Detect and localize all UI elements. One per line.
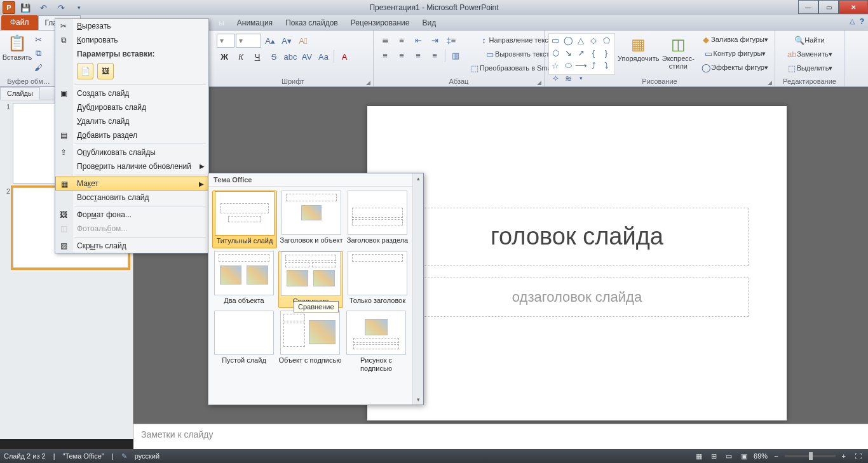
window-buttons: — ▭ ✕ <box>798 0 868 14</box>
view-sorter-icon[interactable]: ⊞ <box>709 452 719 460</box>
spellcheck-icon[interactable]: ✎ <box>121 452 127 460</box>
columns-icon[interactable]: ▥ <box>448 49 463 62</box>
minimize-button[interactable]: — <box>798 0 818 14</box>
cut-icon[interactable]: ✂ <box>31 33 46 46</box>
menu-copy[interactable]: ⧉Копировать <box>55 33 208 47</box>
decrease-font-icon[interactable]: A▾ <box>279 34 294 47</box>
increase-indent-icon[interactable]: ⇥ <box>427 34 442 46</box>
side-tab-slides[interactable]: Слайды <box>0 87 40 100</box>
qat-customize-icon[interactable]: ▾ <box>71 1 86 14</box>
slide-title-placeholder[interactable]: головок слайда <box>405 208 749 266</box>
tab-transitions[interactable]: ы <box>212 16 231 30</box>
change-case-icon[interactable]: Aa <box>316 50 331 63</box>
justify-icon[interactable]: ≡ <box>427 49 442 62</box>
copy-icon: ⧉ <box>58 35 69 45</box>
layout-picture-caption[interactable]: Рисунок с подписью <box>344 311 408 375</box>
align-left-icon[interactable]: ≡ <box>377 49 393 62</box>
bold-icon[interactable]: Ж <box>217 50 232 63</box>
shape-effects-button[interactable]: ◯ Эффекты фигур ▾ <box>698 61 771 74</box>
numbering-icon[interactable]: ≡ <box>394 34 409 46</box>
group-label-clipboard: Буфер обм… <box>4 77 53 86</box>
layout-icon: ▦ <box>59 179 69 189</box>
slide-subtitle-placeholder[interactable]: одзаголовок слайда <box>405 278 749 317</box>
paste-button[interactable]: 📋 Вставить <box>4 32 31 74</box>
font-size-combo[interactable]: ▾ <box>236 34 261 48</box>
menu-hide-slide[interactable]: ▨Скрыть слайд <box>55 239 208 253</box>
menu-duplicate-slide[interactable]: Дублировать слайд <box>55 100 208 114</box>
help-icon[interactable]: ? <box>860 17 864 26</box>
view-reading-icon[interactable]: ▭ <box>723 452 735 460</box>
view-normal-icon[interactable]: ▦ <box>693 452 705 460</box>
outline-icon: ▭ <box>703 48 714 58</box>
zoom-slider[interactable] <box>785 455 836 457</box>
align-center-icon[interactable]: ≡ <box>394 49 409 62</box>
scroll-down-icon[interactable]: ▾ <box>413 394 423 405</box>
undo-icon[interactable]: ↶ <box>36 1 51 14</box>
underline-icon[interactable]: Ч <box>250 50 265 63</box>
quick-styles-button[interactable]: ◫ Экспресс-стили <box>662 33 695 75</box>
clear-format-icon[interactable]: A⃠ <box>295 34 311 47</box>
redo-icon[interactable]: ↷ <box>53 1 69 14</box>
menu-layout[interactable]: ▦Макет▶ <box>55 177 208 191</box>
context-menu: ✂Вырезать ⧉Копировать Параметры вставки:… <box>55 18 209 253</box>
menu-new-slide[interactable]: ▣Создать слайд <box>55 86 208 100</box>
menu-publish-slides[interactable]: ⇪Опубликовать слайды <box>55 145 208 159</box>
increase-font-icon[interactable]: A▴ <box>262 34 278 47</box>
zoom-level[interactable]: 69% <box>754 452 768 460</box>
menu-reset-slide[interactable]: Восстановить слайд <box>55 191 208 205</box>
font-color-icon[interactable]: A <box>337 50 352 63</box>
layout-blank[interactable]: Пустой слайд <box>212 311 276 375</box>
font-name-combo[interactable]: ▾ <box>217 34 234 48</box>
status-language[interactable]: русский <box>135 452 159 460</box>
save-icon[interactable]: 💾 <box>18 1 33 14</box>
layout-section-header[interactable]: Заголовок раздела <box>346 191 409 248</box>
tab-slideshow[interactable]: Показ слайдов <box>279 16 344 30</box>
tab-animations[interactable]: Анимация <box>231 16 279 30</box>
close-button[interactable]: ✕ <box>839 0 868 14</box>
replace-button[interactable]: ab Заменить ▾ <box>779 48 840 60</box>
bullets-icon[interactable]: ≣ <box>377 34 393 46</box>
zoom-in-icon[interactable]: + <box>839 452 848 460</box>
layout-title-slide[interactable]: Титульный слайд <box>212 191 277 248</box>
line-spacing-icon[interactable]: ‡≡ <box>444 34 459 46</box>
gallery-scrollbar[interactable]: ▴ ▾ <box>412 173 423 405</box>
layout-two-content[interactable]: Два объекта <box>212 251 276 309</box>
paste-option-theme[interactable]: 📄 <box>77 63 93 79</box>
strike-icon[interactable]: S <box>266 50 281 63</box>
menu-paste-options-header: Параметры вставки: <box>55 47 208 61</box>
minimize-ribbon-icon[interactable]: △ <box>850 17 855 26</box>
scroll-up-icon[interactable]: ▴ <box>413 173 423 184</box>
align-right-icon[interactable]: ≡ <box>410 49 426 62</box>
menu-delete-slide[interactable]: Удалить слайд <box>55 114 208 128</box>
layout-comparison[interactable]: Сравнение <box>278 251 343 309</box>
fit-to-window-icon[interactable]: ⛶ <box>852 452 864 460</box>
layout-content-caption[interactable]: Объект с подписью <box>278 311 342 375</box>
tab-review[interactable]: Рецензирование <box>344 16 416 30</box>
copy-icon[interactable]: ⧉ <box>31 47 46 60</box>
shape-outline-button[interactable]: ▭ Контур фигуры ▾ <box>698 47 771 60</box>
layout-title-only[interactable]: Только заголовок <box>346 251 409 309</box>
zoom-out-icon[interactable]: − <box>771 452 780 460</box>
shadow-icon[interactable]: abc <box>283 50 298 63</box>
view-slideshow-icon[interactable]: ▣ <box>738 452 750 460</box>
italic-icon[interactable]: К <box>233 50 248 63</box>
paste-option-picture[interactable]: 🖼 <box>97 63 114 79</box>
tab-file[interactable]: Файл <box>1 15 38 30</box>
menu-cut[interactable]: ✂Вырезать <box>55 19 208 33</box>
powerpoint-icon[interactable]: P <box>3 1 15 14</box>
select-button[interactable]: ⬚ Выделить ▾ <box>779 62 840 74</box>
shapes-gallery[interactable]: ▭◯△◇⬠⬡ ↘↗{}☆⬭ ⟶⤴⤵✧≋▾ <box>548 33 615 75</box>
shape-fill-button[interactable]: ◆ Заливка фигуры ▾ <box>698 33 771 46</box>
menu-check-updates[interactable]: Проверить наличие обновлений▶ <box>55 159 208 173</box>
side-tab-outline[interactable] <box>40 87 53 100</box>
format-painter-icon[interactable]: 🖌 <box>31 61 46 74</box>
decrease-indent-icon[interactable]: ⇤ <box>410 34 426 46</box>
layout-title-content[interactable]: Заголовок и объект <box>280 191 343 248</box>
find-button[interactable]: 🔍 Найти <box>779 34 840 46</box>
tab-view[interactable]: Вид <box>416 16 442 30</box>
maximize-button[interactable]: ▭ <box>818 0 839 14</box>
arrange-button[interactable]: ▦ Упорядочить <box>619 33 658 75</box>
menu-format-background[interactable]: 🖼Формат фона... <box>55 208 208 222</box>
char-spacing-icon[interactable]: AV <box>299 50 315 63</box>
menu-add-section[interactable]: ▤Добавить раздел <box>55 128 208 142</box>
